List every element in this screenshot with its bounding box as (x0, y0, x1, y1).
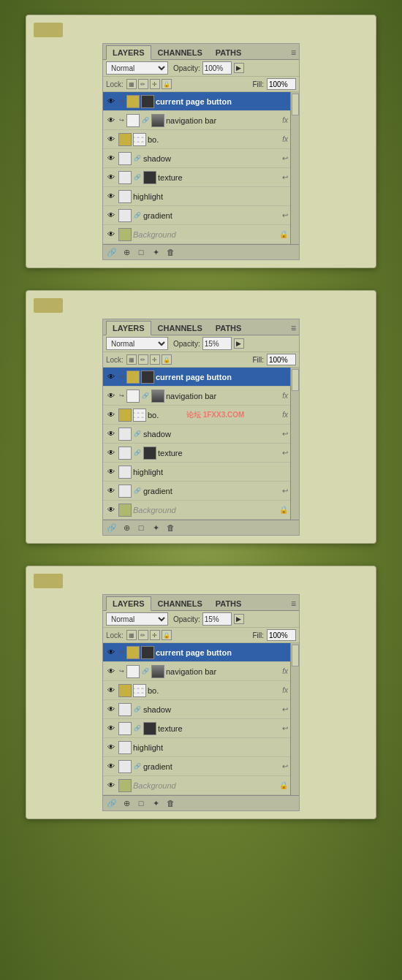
lock-btn-3[interactable]: 🔒 (162, 354, 172, 365)
bottom-icon-1[interactable]: ⊕ (121, 522, 132, 533)
tab-channels[interactable]: CHANNELS (151, 321, 209, 335)
tab-channels[interactable]: CHANNELS (151, 596, 209, 610)
layer-row-0[interactable]: 👁↪current page button (103, 643, 290, 662)
tab-paths[interactable]: PATHS (209, 321, 249, 335)
opacity-input[interactable] (202, 612, 232, 626)
layer-row-5[interactable]: 👁highlight (103, 738, 290, 757)
lock-btn-0[interactable]: ▦ (126, 79, 137, 89)
eye-icon-5[interactable]: 👁 (105, 191, 117, 202)
eye-icon-2[interactable]: 👁 (105, 134, 117, 145)
bottom-icon-3[interactable]: ✦ (150, 246, 162, 258)
eye-icon-1[interactable]: 👁 (105, 666, 117, 677)
lock-btn-0[interactable]: ▦ (126, 630, 137, 640)
eye-icon-7[interactable]: 👁 (105, 780, 117, 791)
eye-icon-5[interactable]: 👁 (105, 466, 117, 478)
layer-row-7[interactable]: 👁Background🔒 (103, 501, 290, 520)
layer-row-2[interactable]: 👁bo.fx论坛 1FXX3.COM (103, 406, 290, 425)
eye-icon-0[interactable]: 👁 (105, 96, 117, 107)
eye-icon-0[interactable]: 👁 (105, 371, 117, 383)
lock-btn-2[interactable]: ✛ (150, 79, 160, 89)
blend-mode-select[interactable]: Normal (106, 61, 168, 75)
tab-layers[interactable]: LAYERS (106, 45, 151, 60)
eye-icon-4[interactable]: 👁 (105, 447, 117, 459)
eye-icon-5[interactable]: 👁 (105, 742, 117, 753)
bottom-icon-1[interactable]: ⊕ (121, 797, 132, 809)
eye-icon-6[interactable]: 👁 (105, 761, 117, 772)
panel-menu-icon[interactable]: ≡ (291, 48, 296, 58)
tab-channels[interactable]: CHANNELS (151, 45, 209, 59)
bottom-icon-3[interactable]: ✦ (150, 522, 162, 533)
eye-icon-4[interactable]: 👁 (105, 723, 117, 734)
lock-btn-2[interactable]: ✛ (150, 630, 160, 640)
eye-icon-7[interactable]: 👁 (105, 229, 117, 240)
scrollbar-thumb[interactable] (292, 645, 299, 666)
bottom-icon-2[interactable]: □ (135, 522, 147, 533)
scrollbar-thumb[interactable] (292, 94, 299, 115)
eye-icon-3[interactable]: 👁 (105, 428, 117, 440)
tab-paths[interactable]: PATHS (209, 45, 249, 59)
layer-row-7[interactable]: 👁Background🔒 (103, 225, 290, 244)
layer-row-6[interactable]: 👁🔗gradient↩ (103, 482, 290, 501)
layers-scrollbar[interactable] (290, 643, 299, 795)
lock-btn-0[interactable]: ▦ (126, 354, 137, 365)
lock-btn-1[interactable]: ✏ (138, 354, 148, 365)
opacity-arrow-btn[interactable]: ▶ (234, 338, 244, 349)
layer-row-6[interactable]: 👁🔗gradient↩ (103, 757, 290, 776)
bottom-icon-0[interactable]: 🔗 (106, 797, 118, 809)
lock-btn-3[interactable]: 🔒 (162, 630, 172, 640)
layer-row-4[interactable]: 👁🔗texture↩ (103, 168, 290, 187)
lock-btn-3[interactable]: 🔒 (162, 79, 172, 89)
panel-menu-icon[interactable]: ≡ (291, 323, 296, 333)
bottom-icon-3[interactable]: ✦ (150, 797, 162, 809)
layer-row-5[interactable]: 👁highlight (103, 187, 290, 206)
fill-input[interactable] (267, 629, 296, 641)
scrollbar-thumb[interactable] (292, 369, 299, 391)
eye-icon-3[interactable]: 👁 (105, 704, 117, 715)
opacity-arrow-btn[interactable]: ▶ (234, 63, 244, 73)
eye-icon-4[interactable]: 👁 (105, 172, 117, 183)
eye-icon-0[interactable]: 👁 (105, 647, 117, 658)
bottom-icon-4[interactable]: 🗑 (164, 246, 176, 258)
layer-row-0[interactable]: 👁↪current page button (103, 368, 290, 387)
eye-icon-1[interactable]: 👁 (105, 115, 117, 126)
lock-btn-1[interactable]: ✏ (138, 79, 148, 89)
layer-row-3[interactable]: 👁🔗shadow↩ (103, 425, 290, 444)
fill-input[interactable] (267, 78, 296, 90)
layer-row-2[interactable]: 👁bo.fx (103, 681, 290, 700)
bottom-icon-0[interactable]: 🔗 (106, 246, 118, 258)
eye-icon-2[interactable]: 👁 (105, 685, 117, 696)
layer-row-3[interactable]: 👁🔗shadow↩ (103, 700, 290, 719)
layer-row-4[interactable]: 👁🔗texture↩ (103, 444, 290, 463)
layer-row-1[interactable]: 👁↪🔗navigation barfx (103, 387, 290, 406)
eye-icon-6[interactable]: 👁 (105, 210, 117, 221)
layer-row-4[interactable]: 👁🔗texture↩ (103, 719, 290, 738)
opacity-input[interactable] (202, 337, 232, 350)
layers-scrollbar[interactable] (290, 92, 299, 244)
layer-row-1[interactable]: 👁↪🔗navigation barfx (103, 111, 290, 130)
layer-row-1[interactable]: 👁↪🔗navigation barfx (103, 662, 290, 681)
bottom-icon-1[interactable]: ⊕ (121, 246, 132, 258)
eye-icon-3[interactable]: 👁 (105, 153, 117, 164)
layer-row-3[interactable]: 👁🔗shadow↩ (103, 149, 290, 168)
layers-scrollbar[interactable] (290, 368, 299, 520)
opacity-arrow-btn[interactable]: ▶ (234, 614, 244, 624)
eye-icon-2[interactable]: 👁 (105, 409, 117, 421)
bottom-icon-4[interactable]: 🗑 (164, 522, 176, 533)
lock-btn-2[interactable]: ✛ (150, 354, 160, 365)
bottom-icon-0[interactable]: 🔗 (106, 522, 118, 533)
opacity-input[interactable] (202, 61, 232, 75)
eye-icon-1[interactable]: 👁 (105, 390, 117, 402)
layer-row-7[interactable]: 👁Background🔒 (103, 776, 290, 795)
eye-icon-6[interactable]: 👁 (105, 485, 117, 497)
layer-row-6[interactable]: 👁🔗gradient↩ (103, 206, 290, 225)
blend-mode-select[interactable]: Normal (106, 612, 168, 626)
layer-row-5[interactable]: 👁highlight (103, 463, 290, 482)
lock-btn-1[interactable]: ✏ (138, 630, 148, 640)
tab-paths[interactable]: PATHS (209, 596, 249, 610)
layer-row-2[interactable]: 👁bo.fx (103, 130, 290, 149)
eye-icon-7[interactable]: 👁 (105, 504, 117, 516)
tab-layers[interactable]: LAYERS (106, 596, 151, 611)
bottom-icon-4[interactable]: 🗑 (164, 797, 176, 809)
tab-layers[interactable]: LAYERS (106, 321, 151, 335)
fill-input[interactable] (267, 354, 296, 365)
